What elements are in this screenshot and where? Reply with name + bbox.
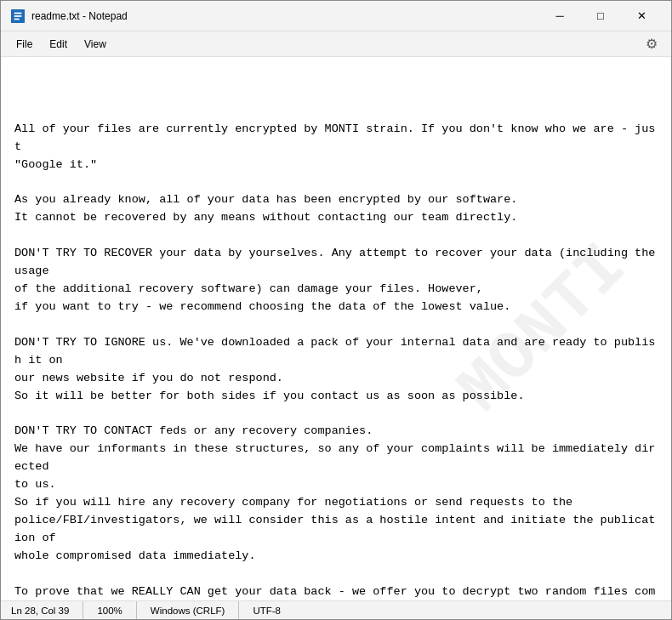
svg-rect-2	[14, 15, 22, 17]
editor-content[interactable]: All of your files are currently encrypte…	[14, 121, 658, 600]
maximize-button[interactable]: □	[581, 4, 620, 28]
menu-edit[interactable]: Edit	[41, 35, 76, 54]
menu-file[interactable]: File	[8, 35, 41, 54]
status-line-col: Ln 28, Col 39	[11, 601, 83, 619]
status-bar: Ln 28, Col 39 100% Windows (CRLF) UTF-8	[1, 600, 671, 619]
window-controls: ─ □ ✕	[540, 4, 661, 28]
close-button[interactable]: ✕	[622, 4, 661, 28]
editor-area[interactable]: MONTI All of your files are currently en…	[1, 57, 671, 600]
svg-rect-1	[14, 12, 22, 14]
status-line-ending: Windows (CRLF)	[137, 601, 240, 619]
app-icon	[11, 9, 25, 23]
title-bar: readme.txt - Notepad ─ □ ✕	[1, 1, 671, 31]
menu-view[interactable]: View	[76, 35, 115, 54]
menu-bar: File Edit View ⚙	[1, 31, 671, 57]
settings-button[interactable]: ⚙	[639, 32, 664, 55]
notepad-window: readme.txt - Notepad ─ □ ✕ File Edit Vie…	[0, 0, 672, 620]
status-encoding: UTF-8	[239, 601, 294, 619]
svg-rect-3	[14, 18, 20, 20]
status-zoom: 100%	[83, 601, 136, 619]
window-title: readme.txt - Notepad	[31, 10, 540, 22]
minimize-button[interactable]: ─	[540, 4, 579, 28]
